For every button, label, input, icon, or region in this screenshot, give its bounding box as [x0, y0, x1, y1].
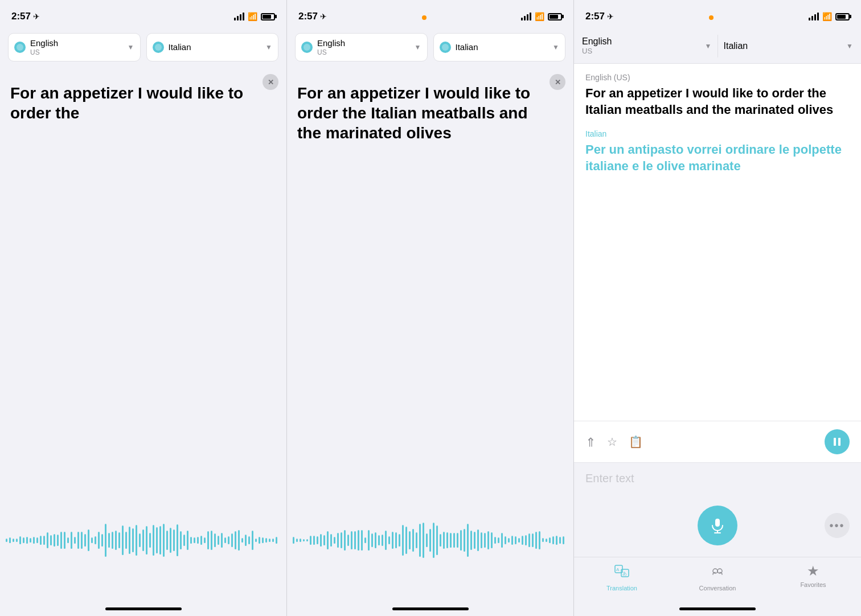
phone-screen-3: 2:57 ✈ 📶 English US ▼ Italian: [574, 0, 861, 616]
pause-button[interactable]: [825, 429, 850, 454]
waveform-2: [287, 512, 573, 569]
home-indicator-1: [105, 607, 182, 610]
location-icon-3: ✈: [607, 12, 614, 21]
tab-bar: A あ Translation Conversation ★ Favorites: [574, 557, 861, 603]
wifi-icon-1: 📶: [248, 12, 257, 21]
tab-conversation-label: Conversation: [699, 585, 736, 592]
microphone-button[interactable]: [698, 506, 737, 545]
transcript-text-2: For an appetizer I would like to order t…: [297, 83, 563, 143]
lang-region-plain-en-3: US: [582, 47, 700, 55]
lang-region-en-1: US: [30, 48, 123, 56]
battery-icon-3: [835, 13, 850, 20]
lang-text-en-2: English US: [317, 38, 410, 56]
target-language-selector-2[interactable]: Italian ▼: [433, 33, 566, 61]
text-input-area[interactable]: Enter text: [574, 462, 861, 494]
source-language-selector-2[interactable]: English US ▼: [295, 33, 428, 61]
lang-name-en-2: English: [317, 38, 410, 48]
wifi-icon-3: 📶: [822, 12, 832, 21]
tab-translation-label: Translation: [606, 585, 637, 592]
mic-area: •••: [574, 494, 861, 557]
target-lang-label: Italian: [585, 129, 850, 138]
lang-text-plain-it-3: Italian: [724, 41, 842, 51]
location-icon-2: ✈: [320, 12, 327, 21]
close-button-1[interactable]: ✕: [263, 74, 278, 90]
lang-name-plain-en-3: English: [582, 36, 700, 47]
svg-rect-0: [834, 438, 836, 446]
close-button-2[interactable]: ✕: [550, 74, 565, 90]
target-language-selector-3[interactable]: Italian ▼: [724, 38, 854, 55]
lang-text-plain-en-3: English US: [582, 36, 700, 55]
lang-name-en-1: English: [30, 38, 123, 48]
language-bar-3: English US ▼ Italian ▼: [574, 28, 861, 64]
status-time-2: 2:57: [298, 11, 318, 22]
favorites-icon: ★: [807, 563, 819, 579]
signal-bars-2: [521, 13, 531, 20]
save-icon[interactable]: 📋: [629, 435, 643, 449]
source-lang-label: English (US): [585, 73, 850, 82]
home-indicator-3: [679, 607, 756, 610]
language-bar-1: English US ▼ Italian ▼: [0, 28, 286, 66]
lang-name-it-2: Italian: [456, 42, 548, 52]
target-language-selector-1[interactable]: Italian ▼: [146, 33, 279, 61]
divider-3: [718, 35, 718, 58]
svg-rect-1: [838, 438, 840, 446]
swap-icon[interactable]: ⇖: [581, 433, 599, 450]
tab-conversation[interactable]: Conversation: [670, 563, 765, 592]
result-actions-bar: ⇖ ☆ 📋: [574, 421, 861, 462]
tab-favorites[interactable]: ★ Favorites: [765, 563, 861, 592]
signal-bars-1: [234, 13, 244, 20]
lang-text-it-1: Italian: [169, 42, 261, 52]
waveform-1: [0, 512, 286, 569]
home-indicator-2: [392, 607, 469, 610]
status-bar-2: 2:57 ✈ 📶: [287, 0, 573, 28]
status-dot-3: [709, 15, 714, 20]
content-area-1: ✕ For an appetizer I would like to order…: [0, 66, 286, 603]
chevron-down-icon-it-2: ▼: [552, 43, 559, 51]
status-time-3: 2:57: [585, 11, 605, 22]
language-bar-2: English US ▼ Italian ▼: [287, 28, 573, 66]
phone-screen-2: 2:57 ✈ 📶 English US ▼ Italian: [287, 0, 574, 616]
svg-rect-2: [715, 519, 720, 527]
tab-translation[interactable]: A あ Translation: [574, 563, 670, 592]
status-bar-3: 2:57 ✈ 📶: [574, 0, 861, 28]
status-dot-2: [422, 15, 427, 20]
translation-result-area: English (US) For an appetizer I would li…: [574, 64, 861, 421]
translate-icon: A あ: [614, 563, 630, 582]
status-time-1: 2:57: [11, 11, 31, 22]
lang-name-it-1: Italian: [169, 42, 261, 52]
lang-text-it-2: Italian: [456, 42, 548, 52]
chevron-down-icon-it-1: ▼: [265, 43, 272, 51]
location-icon-1: ✈: [33, 12, 40, 21]
conversation-icon: [710, 563, 725, 582]
status-icons-3: 📶: [809, 12, 850, 21]
result-section: English (US) For an appetizer I would li…: [574, 64, 861, 183]
tab-favorites-label: Favorites: [800, 581, 826, 588]
more-options-button[interactable]: •••: [825, 513, 850, 538]
lang-dot-it-1: [153, 42, 164, 53]
svg-text:A: A: [616, 567, 620, 572]
status-icons-2: 📶: [521, 12, 562, 21]
source-result-text: For an appetizer I would like to order t…: [585, 85, 850, 118]
chevron-down-icon-2: ▼: [415, 43, 421, 51]
text-input-placeholder: Enter text: [585, 472, 850, 485]
lang-text-en-1: English US: [30, 38, 123, 56]
lang-dot-it-2: [440, 42, 451, 53]
status-bar-1: 2:57 ✈ 📶: [0, 0, 286, 28]
source-language-selector-1[interactable]: English US ▼: [8, 33, 141, 61]
lang-region-en-2: US: [317, 48, 410, 56]
transcript-text-1: For an appetizer I would like to order t…: [10, 83, 276, 123]
star-outline-icon[interactable]: ☆: [607, 435, 617, 449]
signal-bars-3: [809, 13, 819, 20]
source-language-selector-3[interactable]: English US ▼: [582, 33, 712, 59]
battery-icon-2: [548, 13, 562, 20]
status-icons-1: 📶: [234, 12, 275, 21]
battery-icon-1: [261, 13, 275, 20]
chevron-down-icon-1: ▼: [128, 43, 134, 51]
lang-name-plain-it-3: Italian: [724, 41, 842, 51]
svg-text:あ: あ: [622, 571, 627, 576]
chevron-down-icon-it-3: ▼: [846, 42, 853, 50]
content-area-2: ✕ For an appetizer I would like to order…: [287, 66, 573, 603]
lang-dot-en-1: [14, 42, 26, 53]
chevron-down-icon-3: ▼: [705, 42, 712, 50]
lang-dot-en-2: [301, 42, 313, 53]
